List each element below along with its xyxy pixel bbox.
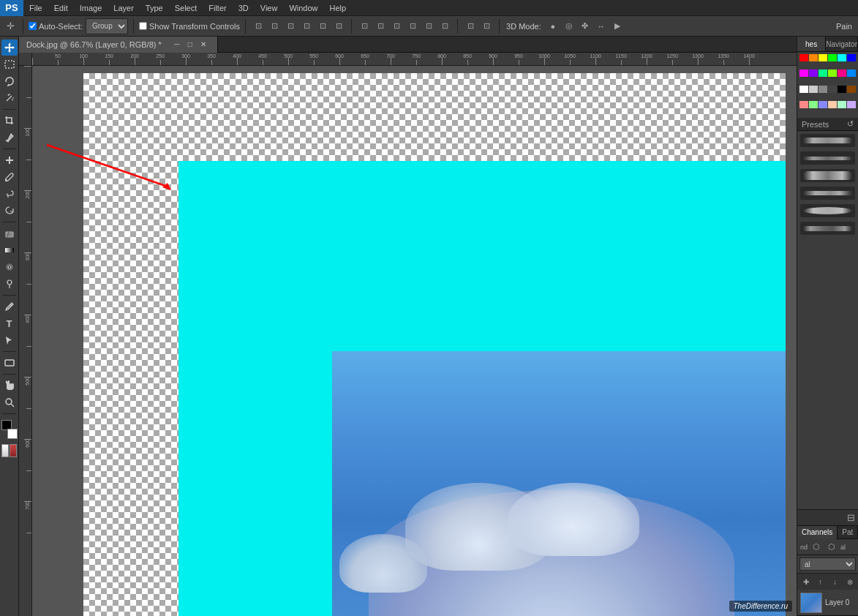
brush-tool[interactable] <box>1 169 18 185</box>
show-transform-input[interactable] <box>139 22 147 30</box>
standard-mode-btn[interactable] <box>1 444 9 457</box>
menu-3d[interactable]: 3D <box>233 0 255 15</box>
swatch-orange[interactable] <box>809 54 818 61</box>
align-bottom-icon[interactable]: ⊡ <box>283 19 298 34</box>
healing-tool[interactable] <box>1 152 18 168</box>
swatch-lgreen[interactable] <box>809 101 818 108</box>
3d-icon-2[interactable]: ◎ <box>562 19 576 34</box>
selection-tool[interactable] <box>1 56 18 72</box>
dist-right-icon[interactable]: ⊡ <box>437 19 452 34</box>
canvas-scroll[interactable]: TheDifference.ru <box>32 66 797 616</box>
document-tab[interactable]: Dock.jpg @ 66.7% (Layer 0, RGB/8) * ─ □ … <box>19 37 218 53</box>
spacing-h-icon[interactable]: ⊡ <box>463 19 478 34</box>
swatch-sky[interactable] <box>847 70 856 77</box>
maximize-btn[interactable]: □ <box>184 38 197 51</box>
brush-stroke-4[interactable] <box>800 187 855 200</box>
eyedropper-tool[interactable] <box>1 129 18 146</box>
ch-delete-icon[interactable]: ⊗ <box>843 575 856 588</box>
menu-edit[interactable]: Edit <box>48 0 74 15</box>
group-dropdown[interactable]: Group Layer <box>86 18 128 34</box>
color-boxes[interactable] <box>1 420 18 439</box>
menu-window[interactable]: Window <box>283 0 323 15</box>
auto-select-checkbox[interactable]: Auto-Select: <box>29 22 83 31</box>
swatch-lavender[interactable] <box>847 101 856 108</box>
filter-icon[interactable]: ⊟ <box>847 512 855 523</box>
menu-type[interactable]: Type <box>140 0 169 15</box>
3d-icon-3[interactable]: ✤ <box>578 19 592 34</box>
panel-tab-navigator[interactable]: Navigator <box>826 37 858 51</box>
brush-stroke-3[interactable] <box>800 169 855 182</box>
background-color[interactable] <box>7 429 18 439</box>
dist-vcenter-icon[interactable]: ⊡ <box>373 19 388 34</box>
clone-tool[interactable] <box>1 186 18 202</box>
paths-tab[interactable]: Pat <box>838 526 858 539</box>
brush-stroke-5[interactable] <box>800 204 855 217</box>
spacing-v-icon[interactable]: ⊡ <box>479 19 494 34</box>
swatch-violet[interactable] <box>809 70 818 77</box>
gradient-tool[interactable] <box>1 242 18 258</box>
shape-tool[interactable] <box>1 355 18 371</box>
align-top-icon[interactable]: ⊡ <box>251 19 266 34</box>
menu-help[interactable]: Help <box>324 0 353 15</box>
3d-icon-4[interactable]: ↔ <box>594 19 609 34</box>
swatch-black[interactable] <box>838 86 846 93</box>
ch-down-icon[interactable]: ↓ <box>829 575 841 588</box>
swatch-gray[interactable] <box>819 86 827 93</box>
quick-mask-btn[interactable] <box>10 444 17 457</box>
align-vcenter-icon[interactable]: ⊡ <box>267 19 282 34</box>
align-hcenter-icon[interactable]: ⊡ <box>315 19 330 34</box>
zoom-tool[interactable] <box>1 394 18 410</box>
menu-select[interactable]: Select <box>169 0 203 15</box>
ch-up-icon[interactable]: ↑ <box>814 575 827 588</box>
swatch-green[interactable] <box>828 54 837 61</box>
swatch-dgray[interactable] <box>828 86 837 93</box>
layer-item-0[interactable]: Layer 0 <box>797 590 858 616</box>
swatch-mint[interactable] <box>838 101 846 108</box>
channels-dropdown[interactable]: al <box>799 557 856 571</box>
refresh-icon[interactable]: ↺ <box>847 119 854 129</box>
align-right-icon[interactable]: ⊡ <box>331 19 346 34</box>
menu-filter[interactable]: Filter <box>203 0 232 15</box>
menu-file[interactable]: File <box>23 0 48 15</box>
align-left-icon[interactable]: ⊡ <box>299 19 314 34</box>
dist-bottom-icon[interactable]: ⊡ <box>389 19 404 34</box>
crop-tool[interactable] <box>1 113 18 129</box>
brush-stroke-2[interactable] <box>800 151 855 165</box>
close-btn[interactable]: ✕ <box>197 38 210 51</box>
history-brush-tool[interactable] <box>1 203 18 219</box>
ch-eye-icon[interactable]: ⬡ <box>825 541 838 554</box>
menu-layer[interactable]: Layer <box>108 0 140 15</box>
3d-icon-1[interactable]: ● <box>546 19 560 34</box>
swatch-peach[interactable] <box>828 101 837 108</box>
swatch-magenta[interactable] <box>799 70 808 77</box>
text-tool[interactable]: T <box>1 315 18 331</box>
swatch-cyan[interactable] <box>838 54 846 61</box>
swatch-lblue[interactable] <box>819 101 827 108</box>
dist-top-icon[interactable]: ⊡ <box>357 19 372 34</box>
brush-stroke-6[interactable] <box>800 222 855 235</box>
menu-image[interactable]: Image <box>74 0 108 15</box>
ch-add-icon[interactable]: ✚ <box>799 575 812 588</box>
brush-stroke-1[interactable] <box>800 134 855 147</box>
swatch-red[interactable] <box>799 54 808 61</box>
hand-tool[interactable] <box>1 378 18 394</box>
menu-view[interactable]: View <box>255 0 284 15</box>
swatch-brown[interactable] <box>847 86 856 93</box>
lasso-tool[interactable] <box>1 73 18 89</box>
dist-hcenter-icon[interactable]: ⊡ <box>421 19 436 34</box>
swatch-white[interactable] <box>799 86 808 93</box>
panel-tab-hes[interactable]: hes <box>797 37 826 51</box>
eraser-tool[interactable] <box>1 225 18 241</box>
swatch-blue[interactable] <box>847 54 856 61</box>
swatch-yellow[interactable] <box>819 54 827 61</box>
minimize-btn[interactable]: ─ <box>170 38 184 51</box>
ch-lock-icon[interactable]: ⬡ <box>810 541 823 554</box>
magic-wand-tool[interactable] <box>1 90 18 106</box>
path-selection-tool[interactable] <box>1 332 18 348</box>
channels-tab[interactable]: Channels <box>797 526 838 539</box>
blur-tool[interactable] <box>1 259 18 275</box>
dodge-tool[interactable] <box>1 276 18 292</box>
swatch-lgray[interactable] <box>809 86 818 93</box>
show-transform-checkbox[interactable]: Show Transform Controls <box>139 22 240 31</box>
swatch-lime[interactable] <box>828 70 837 77</box>
